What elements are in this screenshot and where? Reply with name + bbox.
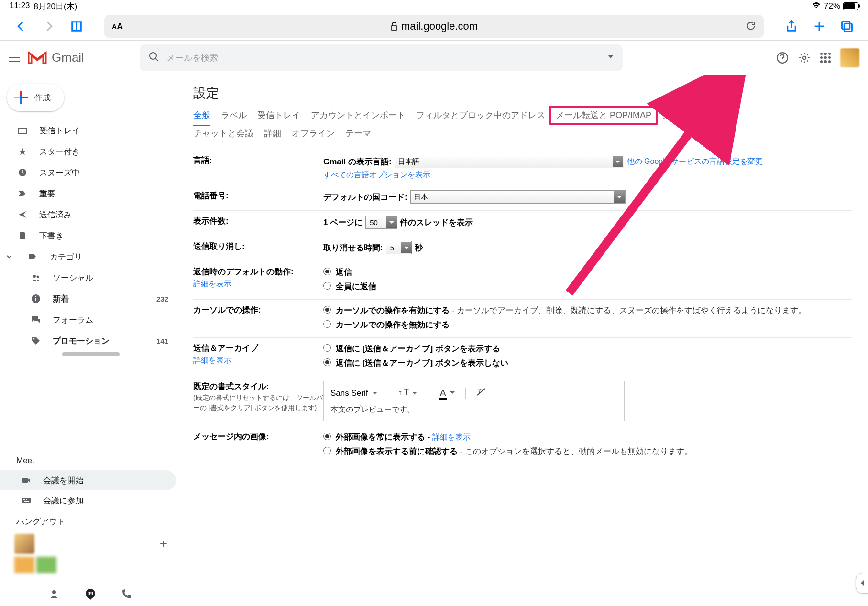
lang-select[interactable]: 日本語 [395, 155, 624, 168]
account-avatar[interactable] [840, 48, 859, 67]
clear-format-icon[interactable]: T [476, 387, 487, 399]
reply-detail-link[interactable]: 詳細を表示 [193, 279, 323, 289]
gmail-logo[interactable]: Gmail [28, 50, 84, 65]
send-icon [17, 209, 28, 220]
radio-checked[interactable] [323, 268, 331, 275]
tab-inbox[interactable]: 受信トレイ [257, 109, 300, 121]
nav-promotions[interactable]: プロモーション141 [0, 330, 176, 351]
hangout-add-button[interactable]: + [160, 536, 167, 552]
tab-advanced[interactable]: 詳細 [264, 128, 281, 139]
svg-text:т: т [399, 390, 402, 396]
meet-start[interactable]: 会議を開始 [0, 470, 176, 490]
search-bar[interactable]: メールを検索 [140, 44, 623, 71]
scrollbar-thumb[interactable] [62, 352, 120, 356]
tab-chat[interactable]: チャットと会議 [193, 128, 253, 139]
svg-rect-21 [24, 501, 29, 502]
setting-language: 言語: Gmail の表示言語: 日本語 他の Google サービスの言語設定… [193, 150, 852, 185]
tab-accounts[interactable]: アカウントとインポート [311, 109, 406, 121]
lang-other-link[interactable]: 他の Google サービスの言語設定を変更 [627, 157, 763, 167]
tab-forwarding-pop-imap[interactable]: メール転送と POP/IMAP [549, 106, 658, 125]
phone-icon[interactable] [121, 588, 133, 600]
setting-pagesize: 表示件数: 1 ページに50件のスレッドを表示 [193, 211, 852, 236]
share-button[interactable] [782, 17, 801, 36]
archive-detail-link[interactable]: 詳細を表示 [193, 356, 323, 366]
label-icon [28, 251, 38, 262]
nav-categories[interactable]: カテゴリ [0, 246, 176, 267]
archive-opt2[interactable]: 返信に [送信＆アーカイブ] ボタンを表示しない [323, 357, 852, 369]
tab-filters[interactable]: フィルタとブロック中のアドレス [416, 109, 545, 121]
reply-opt2[interactable]: 全員に返信 [323, 281, 852, 293]
draft-icon [17, 230, 28, 241]
svg-point-11 [37, 276, 39, 278]
nav-important[interactable]: 重要 [0, 183, 176, 204]
compose-label: 作成 [34, 92, 51, 103]
svg-point-10 [33, 275, 36, 278]
menu-button[interactable] [9, 54, 20, 62]
tabs-button[interactable] [837, 17, 857, 36]
nav-forums[interactable]: フォーラム [0, 309, 176, 330]
help-button[interactable] [776, 52, 789, 64]
tab-offline[interactable]: オフライン [292, 128, 335, 139]
settings-button[interactable] [798, 52, 811, 64]
battery-icon [843, 2, 858, 10]
cursor-opt2[interactable]: カーソルでの操作を無効にする [323, 319, 852, 331]
tab-general[interactable]: 全般 [193, 109, 210, 126]
person-icon[interactable] [48, 588, 60, 600]
nav-snoozed[interactable]: スヌーズ中 [0, 162, 176, 183]
nav-starred[interactable]: スター付き [0, 141, 176, 162]
tab-labels[interactable]: ラベル [221, 109, 247, 121]
svg-point-15 [33, 338, 35, 340]
hangout-row[interactable]: + [0, 534, 182, 554]
images-opt2[interactable]: 外部画像を表示する前に確認する - このオプションを選択すると、動的メールも無効… [323, 445, 852, 458]
meet-join[interactable]: 会議に参加 [0, 490, 176, 510]
search-options-icon[interactable] [607, 54, 614, 62]
nav-drafts[interactable]: 下書き [0, 225, 176, 246]
wifi-icon [812, 1, 821, 11]
settings-tabs: 全般 ラベル 受信トレイ アカウントとインポート フィルタとブロック中のアドレス… [193, 109, 852, 143]
format-toolbar: Sans Serif тT A T 本文のプレビューです。 [323, 381, 625, 421]
svg-rect-18 [23, 499, 24, 500]
url-bar[interactable]: AAAA mail.google.com [104, 15, 764, 38]
nav-inbox[interactable]: 受信トレイ [0, 120, 176, 141]
phone-select[interactable]: 日本 [410, 190, 626, 204]
reload-button[interactable] [746, 21, 756, 32]
important-icon [17, 188, 28, 199]
nav-sent[interactable]: 送信済み [0, 204, 176, 225]
svg-point-22 [52, 590, 56, 594]
lang-options-link[interactable]: すべての言語オプションを表示 [323, 170, 852, 180]
reply-opt1[interactable]: 返信 [323, 266, 852, 279]
battery-percent: 72% [824, 1, 840, 11]
tab-themes[interactable]: テーマ [345, 128, 371, 139]
nav-updates[interactable]: 新着232 [0, 288, 176, 309]
chat-icon[interactable]: 99 [84, 588, 97, 600]
side-panel-toggle[interactable] [856, 573, 868, 594]
undo-select[interactable]: 5 [386, 241, 412, 254]
search-icon [148, 51, 160, 64]
font-select[interactable]: Sans Serif [330, 389, 377, 398]
new-tab-button[interactable] [810, 17, 829, 36]
svg-line-5 [155, 58, 158, 61]
setting-undo: 送信取り消し: 取り消せる時間:5秒 [193, 236, 852, 261]
bookmarks-button[interactable] [67, 17, 86, 36]
apps-button[interactable] [820, 53, 831, 63]
pagesize-select[interactable]: 50 [365, 216, 397, 229]
setting-style: 既定の書式スタイル:(既定の書式にリセットするには、ツールバーの [書式をクリア… [193, 376, 852, 426]
back-button[interactable] [11, 17, 31, 36]
people-icon [31, 272, 41, 283]
nav-social[interactable]: ソーシャル [0, 267, 176, 288]
images-opt1[interactable]: 外部画像を常に表示する - 詳細を表示 [323, 431, 852, 444]
text-size-button[interactable]: AAAA [112, 22, 123, 32]
bottom-tabs: 99 [0, 581, 182, 606]
images-detail-link[interactable]: 詳細を表示 [432, 433, 471, 441]
compose-button[interactable]: 作成 [7, 84, 64, 111]
tab-addons[interactable]: アドオン [662, 109, 696, 121]
settings-content: 設定 全般 ラベル 受信トレイ アカウントとインポート フィルタとブロック中のア… [182, 75, 868, 606]
svg-rect-20 [26, 499, 27, 500]
setting-archive: 送信＆アーカイブ詳細を表示 返信に [送信＆アーカイブ] ボタンを表示する 返信… [193, 338, 852, 376]
cursor-opt1[interactable]: カーソルでの操作を有効にする - カーソルでアーカイブ、削除、既読にする、スヌー… [323, 304, 852, 317]
inbox-icon [17, 125, 28, 136]
text-size-icon[interactable]: тT [399, 387, 417, 399]
text-color-icon[interactable]: A [439, 388, 454, 399]
lang-label: 言語: [193, 156, 212, 165]
archive-opt1[interactable]: 返信に [送信＆アーカイブ] ボタンを表示する [323, 343, 852, 355]
